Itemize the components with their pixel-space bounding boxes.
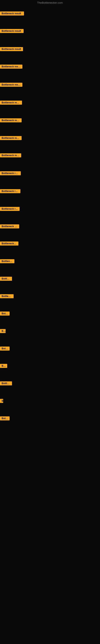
site-title: TheBottlenecker.com	[0, 0, 100, 5]
bottleneck-result-row: Bottleneck r	[0, 259, 14, 264]
bottleneck-result-row: Bottle	[0, 416, 10, 421]
bottleneck-result-row: Bottleneck result	[0, 12, 24, 16]
bottleneck-result-row: Bottleneck result	[0, 242, 18, 246]
bottleneck-result-badge[interactable]: Bottleneck result	[0, 83, 22, 87]
bottleneck-result-badge[interactable]: Bottleneck result	[0, 242, 18, 246]
bottleneck-result-row: Bottleneck result	[0, 153, 21, 158]
bottleneck-result-row: Bottleneck result	[0, 224, 19, 229]
bottleneck-result-badge[interactable]: Bottleneck result	[0, 100, 22, 105]
bottleneck-result-row: B	[0, 399, 3, 404]
bottleneck-result-row: Bottleneck result	[0, 83, 22, 88]
bottleneck-result-badge[interactable]: Bottleneck	[0, 294, 14, 298]
bottleneck-result-badge[interactable]: Bottleneck result	[0, 224, 19, 228]
bottleneck-result-row: Bottle	[0, 346, 10, 352]
bottleneck-result-row: Bottleneck result	[0, 118, 22, 123]
bottleneck-result-row: Bottlene	[0, 277, 12, 282]
bottleneck-result-row: Bottle	[0, 312, 10, 316]
bottleneck-result-row: Bottleneck result	[0, 100, 22, 106]
bottleneck-result-badge[interactable]: Bottleneck result	[0, 189, 20, 193]
bottleneck-result-badge[interactable]: Bottleneck result	[0, 136, 22, 140]
bottleneck-result-badge[interactable]: Bottleneck resul	[0, 207, 20, 211]
bottleneck-result-row: Bottleneck result	[0, 136, 22, 141]
bottleneck-result-badge[interactable]: Bo	[0, 329, 6, 333]
bottleneck-result-row: Bottleneck resul	[0, 207, 20, 212]
bottleneck-result-badge[interactable]: Bott	[0, 364, 7, 368]
bottleneck-result-row: Bottleneck result	[0, 29, 24, 34]
bottleneck-result-row: Bo	[0, 329, 6, 334]
bottleneck-result-badge[interactable]: Bottleneck result	[0, 47, 23, 51]
bottleneck-result-badge[interactable]: Bottle	[0, 416, 10, 420]
bottleneck-result-row: Bottleneck result	[0, 47, 23, 52]
bottleneck-result-row: Bottleneck result	[0, 64, 22, 70]
bottleneck-result-badge[interactable]: Bottleneck result	[0, 12, 24, 16]
bottleneck-result-badge[interactable]: Bottleneck result	[0, 171, 21, 175]
bottleneck-result-badge[interactable]: Bottleneck result	[0, 153, 21, 158]
bottleneck-result-badge[interactable]: Bottle	[0, 312, 10, 316]
bottleneck-result-row: Bottleneck result	[0, 171, 21, 176]
bottleneck-result-row: Bott	[0, 364, 7, 369]
bottleneck-result-row: Bottlene	[0, 381, 12, 386]
bottleneck-result-badge[interactable]: B	[0, 399, 3, 403]
bottleneck-result-row: Bottleneck result	[0, 189, 20, 194]
bottleneck-result-row: Bottleneck	[0, 294, 14, 299]
bottleneck-result-badge[interactable]: Bottle	[0, 346, 10, 350]
bottleneck-result-badge[interactable]: Bottleneck result	[0, 118, 22, 122]
bottleneck-result-badge[interactable]: Bottleneck r	[0, 259, 14, 263]
bottleneck-result-badge[interactable]: Bottlene	[0, 381, 12, 386]
bottleneck-result-badge[interactable]: Bottleneck result	[0, 64, 22, 69]
bottleneck-result-badge[interactable]: Bottleneck result	[0, 29, 24, 33]
bottleneck-result-badge[interactable]: Bottlene	[0, 277, 12, 281]
